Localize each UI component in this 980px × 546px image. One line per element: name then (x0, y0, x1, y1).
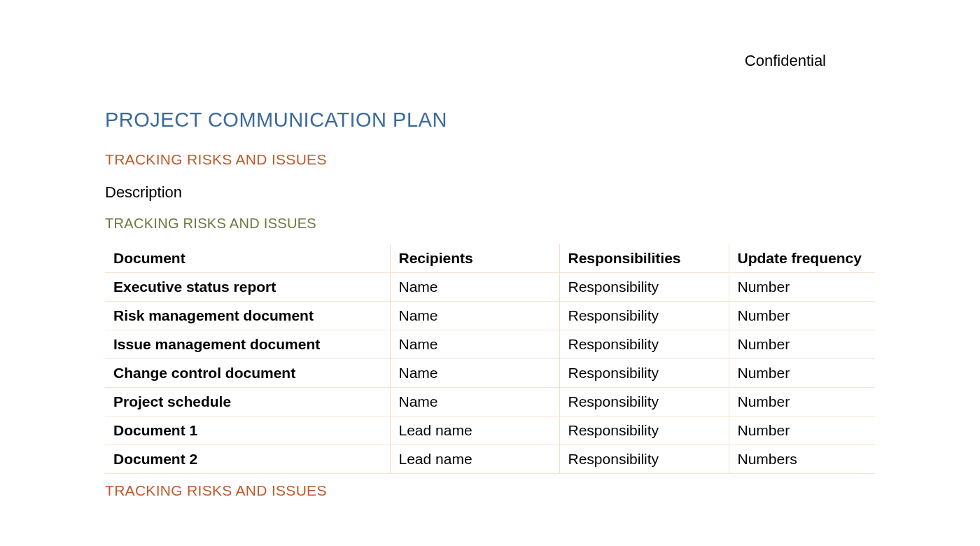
table-row: Executive status report Name Responsibil… (105, 273, 875, 302)
cell-frequency: Number (729, 302, 875, 330)
cell-document: Issue management document (105, 330, 390, 359)
cell-recipients: Name (390, 273, 559, 302)
cell-frequency: Numbers (729, 445, 875, 474)
cell-recipients: Name (390, 330, 559, 359)
section-heading-tracking-1: TRACKING RISKS AND ISSUES (105, 151, 875, 168)
cell-frequency: Number (729, 273, 875, 302)
document-page: Confidential PROJECT COMMUNICATION PLAN … (0, 0, 980, 499)
cell-recipients: Lead name (390, 416, 559, 445)
table-header-row: Document Recipients Responsibilities Upd… (105, 244, 875, 273)
cell-responsibilities: Responsibility (559, 330, 729, 359)
cell-recipients: Name (390, 302, 559, 330)
cell-document: Risk management document (105, 302, 390, 330)
cell-document: Document 1 (105, 416, 390, 445)
cell-recipients: Name (390, 359, 559, 388)
cell-responsibilities: Responsibility (559, 273, 729, 302)
section-description: Description (105, 183, 875, 202)
cell-document: Document 2 (105, 445, 390, 474)
section-heading-tracking-2: TRACKING RISKS AND ISSUES (105, 482, 875, 499)
cell-document: Project schedule (105, 388, 390, 416)
cell-responsibilities: Responsibility (559, 302, 729, 330)
cell-responsibilities: Responsibility (559, 388, 729, 416)
col-header-responsibilities: Responsibilities (559, 244, 729, 273)
cell-frequency: Number (729, 416, 875, 445)
cell-recipients: Lead name (390, 445, 559, 474)
section-subheading-tracking: TRACKING RISKS AND ISSUES (105, 216, 875, 232)
page-title: PROJECT COMMUNICATION PLAN (105, 108, 875, 132)
cell-frequency: Number (729, 359, 875, 388)
cell-responsibilities: Responsibility (559, 416, 729, 445)
table-row: Document 2 Lead name Responsibility Numb… (105, 445, 875, 474)
col-header-recipients: Recipients (390, 244, 559, 273)
table-row: Change control document Name Responsibil… (105, 359, 875, 388)
confidential-marker: Confidential (745, 52, 826, 70)
tracking-table: Document Recipients Responsibilities Upd… (105, 244, 875, 474)
table-row: Issue management document Name Responsib… (105, 330, 875, 359)
cell-responsibilities: Responsibility (559, 359, 729, 388)
table-row: Project schedule Name Responsibility Num… (105, 388, 875, 416)
cell-document: Change control document (105, 359, 390, 388)
cell-frequency: Number (729, 330, 875, 359)
col-header-frequency: Update frequency (729, 244, 875, 273)
tracking-table-wrap: Document Recipients Responsibilities Upd… (105, 244, 875, 474)
cell-recipients: Name (390, 388, 559, 416)
table-row: Risk management document Name Responsibi… (105, 302, 875, 330)
cell-frequency: Number (729, 388, 875, 416)
cell-responsibilities: Responsibility (559, 445, 729, 474)
col-header-document: Document (105, 244, 390, 273)
table-body: Executive status report Name Responsibil… (105, 273, 875, 474)
table-row: Document 1 Lead name Responsibility Numb… (105, 416, 875, 445)
cell-document: Executive status report (105, 273, 390, 302)
